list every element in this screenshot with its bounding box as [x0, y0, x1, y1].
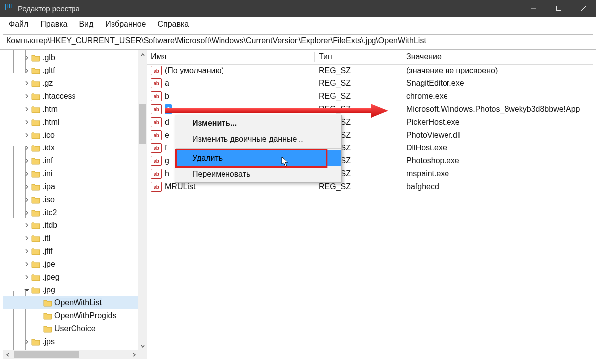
- menu-favorites[interactable]: Избранное: [99, 18, 151, 31]
- chevron-right-icon[interactable]: [22, 195, 31, 204]
- tree-node[interactable]: OpenWithList: [3, 296, 138, 309]
- tree-node[interactable]: .ico: [3, 129, 138, 142]
- chevron-right-icon[interactable]: [22, 92, 31, 101]
- ctx-rename[interactable]: Переименовать: [175, 166, 341, 182]
- tree-node-label: .iso: [42, 195, 55, 204]
- chevron-down-icon[interactable]: [22, 286, 31, 294]
- tree-node-label: .ini: [42, 169, 52, 178]
- registry-editor-window: Редактор реестра Файл Правка Вид Избранн…: [0, 0, 596, 364]
- value-name: (По умолчанию): [165, 66, 224, 75]
- tree-node[interactable]: UserChoice: [3, 322, 138, 335]
- close-button[interactable]: [571, 0, 596, 17]
- ctx-modify-binary[interactable]: Изменить двоичные данные...: [175, 131, 341, 147]
- maximize-button[interactable]: [546, 0, 571, 17]
- tree-node[interactable]: .jpg: [3, 284, 138, 296]
- column-type[interactable]: Тип: [315, 50, 402, 64]
- folder-icon: [31, 157, 40, 165]
- tree-node[interactable]: .itc2: [3, 206, 138, 219]
- scroll-down-icon[interactable]: [138, 342, 147, 350]
- scroll-thumb[interactable]: [139, 104, 146, 144]
- content-panes: .glb.gltf.gz.htaccess.htm.html.ico.idx.i…: [3, 50, 593, 359]
- column-name[interactable]: Имя: [147, 50, 315, 64]
- chevron-right-icon[interactable]: [22, 273, 31, 282]
- string-value-icon: ab: [151, 156, 162, 166]
- tree-node[interactable]: .ipa: [3, 180, 138, 193]
- tree-node[interactable]: .idx: [3, 142, 138, 154]
- value-row[interactable]: ab(По умолчанию)REG_SZ(значение не присв…: [147, 64, 593, 77]
- tree-node[interactable]: .inf: [3, 154, 138, 167]
- tree-node[interactable]: .iso: [3, 193, 138, 206]
- tree-node[interactable]: .htaccess: [3, 90, 138, 103]
- address-bar-wrap: Компьютер\HKEY_CURRENT_USER\Software\Mic…: [0, 32, 596, 50]
- chevron-right-icon[interactable]: [22, 118, 31, 127]
- scroll-left-icon[interactable]: [3, 350, 12, 359]
- column-value[interactable]: Значение: [402, 50, 593, 64]
- tree-node[interactable]: .jps: [3, 335, 138, 348]
- tree-node-label: OpenWithProgids: [54, 311, 116, 320]
- value-type: REG_SZ: [315, 66, 402, 75]
- tree-node[interactable]: .itl: [3, 232, 138, 245]
- menu-view[interactable]: Вид: [73, 18, 99, 31]
- scroll-thumb-h[interactable]: [14, 351, 79, 358]
- chevron-right-icon[interactable]: [22, 234, 31, 243]
- chevron-right-icon[interactable]: [22, 131, 31, 140]
- chevron-right-icon[interactable]: [22, 182, 31, 191]
- chevron-right-icon[interactable]: [22, 221, 31, 230]
- value-data: bafghecd: [402, 182, 593, 191]
- window-title: Редактор реестра: [18, 4, 80, 13]
- chevron-right-icon[interactable]: [22, 260, 31, 269]
- value-data: PhotoViewer.dll: [402, 131, 593, 140]
- tree-node[interactable]: .html: [3, 116, 138, 129]
- chevron-right-icon[interactable]: [22, 247, 31, 256]
- value-name: h: [165, 169, 169, 179]
- value-data: SnagitEditor.exe: [402, 79, 593, 88]
- chevron-right-icon[interactable]: [22, 156, 31, 165]
- scroll-up-icon[interactable]: [138, 50, 147, 59]
- menu-file[interactable]: Файл: [3, 18, 34, 31]
- value-row[interactable]: abcREG_SZMicrosoft.Windows.Photos_8wekyb…: [147, 103, 593, 116]
- folder-icon: [31, 54, 40, 62]
- value-name: g: [165, 156, 169, 166]
- value-row[interactable]: abaREG_SZSnagitEditor.exe: [147, 77, 593, 90]
- chevron-right-icon[interactable]: [22, 144, 31, 152]
- menu-edit[interactable]: Правка: [34, 18, 73, 31]
- tree-node[interactable]: .jfif: [3, 245, 138, 258]
- chevron-right-icon[interactable]: [22, 169, 31, 178]
- values-list[interactable]: ab(По умолчанию)REG_SZ(значение не присв…: [147, 64, 593, 359]
- chevron-right-icon[interactable]: [22, 105, 31, 114]
- tree-node-label: UserChoice: [54, 324, 96, 333]
- scroll-right-icon[interactable]: [130, 350, 138, 359]
- tree-node[interactable]: .gltf: [3, 64, 138, 77]
- value-data: (значение не присвоено): [402, 66, 593, 75]
- tree-node[interactable]: .ini: [3, 167, 138, 180]
- tree-node[interactable]: .glb: [3, 51, 138, 64]
- chevron-right-icon: [34, 298, 43, 307]
- chevron-right-icon[interactable]: [22, 337, 31, 346]
- string-value-icon: ab: [151, 117, 162, 127]
- menu-help[interactable]: Справка: [151, 18, 195, 31]
- tree-node[interactable]: .htm: [3, 103, 138, 116]
- tree-node[interactable]: .gz: [3, 77, 138, 90]
- tree-node-label: .jpe: [42, 260, 55, 269]
- tree-node[interactable]: .itdb: [3, 219, 138, 232]
- value-type: REG_SZ: [315, 105, 402, 114]
- tree-node[interactable]: OpenWithProgids: [3, 309, 138, 322]
- column-headers: Имя Тип Значение: [147, 50, 593, 65]
- registry-tree[interactable]: .glb.gltf.gz.htaccess.htm.html.ico.idx.i…: [3, 50, 138, 350]
- chevron-right-icon[interactable]: [22, 79, 31, 88]
- tree-vertical-scrollbar[interactable]: [138, 50, 147, 350]
- ctx-delete[interactable]: Удалить: [175, 150, 341, 166]
- tree-horizontal-scrollbar[interactable]: [3, 350, 138, 359]
- ctx-modify[interactable]: Изменить...: [175, 115, 341, 131]
- tree-node[interactable]: .jpeg: [3, 271, 138, 284]
- chevron-right-icon[interactable]: [22, 208, 31, 217]
- value-type: REG_SZ: [315, 79, 402, 88]
- value-name: e: [165, 130, 169, 140]
- chevron-right-icon[interactable]: [22, 53, 31, 62]
- tree-node-label: .ipa: [42, 182, 55, 191]
- minimize-button[interactable]: [522, 0, 546, 17]
- tree-node[interactable]: .jpe: [3, 258, 138, 271]
- value-row[interactable]: abbREG_SZchrome.exe: [147, 90, 593, 103]
- chevron-right-icon[interactable]: [22, 66, 31, 75]
- address-bar[interactable]: Компьютер\HKEY_CURRENT_USER\Software\Mic…: [3, 34, 593, 47]
